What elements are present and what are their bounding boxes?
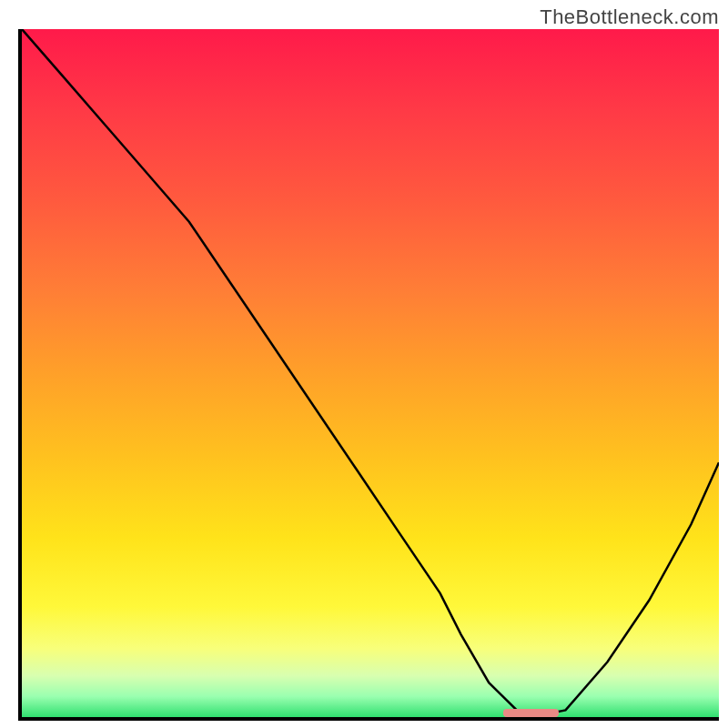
bottleneck-curve <box>22 29 719 717</box>
optimal-range-marker <box>503 709 559 717</box>
watermark-text: TheBottleneck.com <box>540 5 719 29</box>
plot-area <box>22 29 719 717</box>
x-axis-line <box>18 717 719 721</box>
chart-container: TheBottleneck.com <box>0 0 728 728</box>
chart-area <box>18 29 719 721</box>
